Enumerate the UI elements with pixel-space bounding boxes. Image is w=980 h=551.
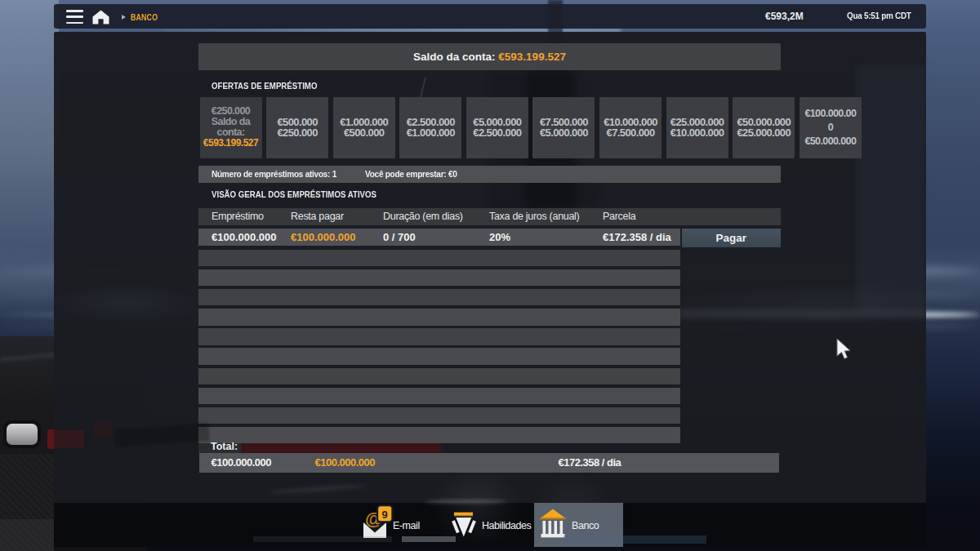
svg-text:9: 9	[382, 509, 388, 521]
